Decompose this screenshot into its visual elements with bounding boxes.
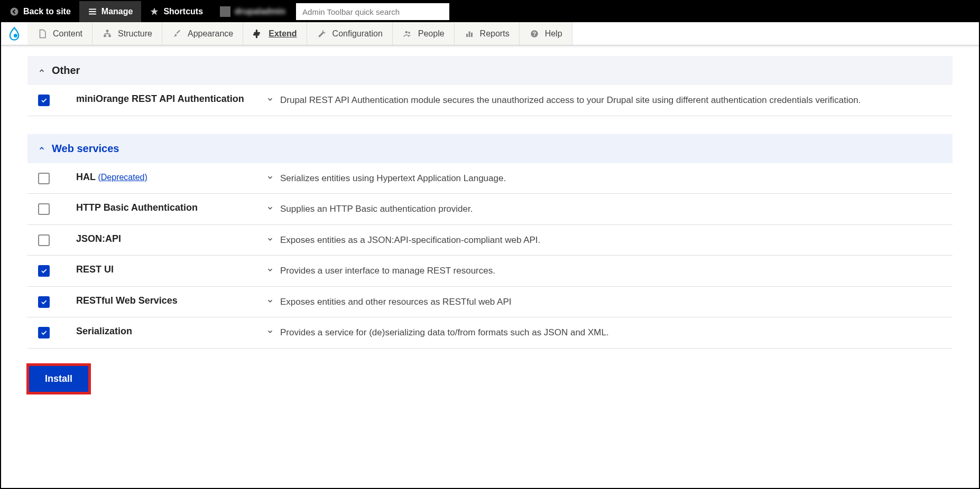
module-description: Exposes entities and other resources as … [280,295,512,309]
module-description: Exposes entities as a JSON:API-specifica… [280,233,540,247]
section-header[interactable]: Web services [27,134,953,163]
svg-rect-8 [468,31,470,37]
module-row: HTTP Basic Authentication Supplies an HT… [27,194,953,225]
module-description: Provides a user interface to manage REST… [280,264,495,278]
module-name: RESTful Web Services [76,295,178,306]
module-row: miniOrange REST API Authentication Drupa… [27,85,953,116]
tab-help-label: Help [545,29,562,39]
chevron-down-icon[interactable] [266,204,274,212]
module-name: JSON:API [76,233,121,244]
tab-structure-label: Structure [118,29,152,39]
user-menu[interactable]: drupaladmin [211,1,294,22]
chevron-down-icon[interactable] [266,297,274,305]
module-name-cell: RESTful Web Services [60,295,256,306]
chevron-down-icon[interactable] [266,328,274,335]
svg-rect-9 [471,32,473,36]
chevron-down-icon[interactable] [266,266,274,274]
install-button-wrapper: Install [27,349,953,393]
tab-content-label: Content [53,29,82,39]
top-toolbar: Back to site Manage Shortcuts drupaladmi… [1,1,979,22]
shortcuts-label: Shortcuts [163,7,203,16]
install-button[interactable]: Install [27,364,90,393]
module-checkbox[interactable] [38,265,50,277]
shortcuts-link[interactable]: Shortcuts [141,1,211,22]
user-avatar-icon [220,6,230,17]
svg-rect-4 [108,35,111,37]
tab-appearance-label: Appearance [188,29,233,39]
drupal-logo[interactable] [1,22,27,45]
chevron-up-icon [38,145,45,152]
tab-structure[interactable]: Structure [93,22,162,45]
module-checkbox[interactable] [38,203,50,215]
module-name-cell: Serialization [60,326,256,337]
back-to-site-link[interactable]: Back to site [1,1,79,22]
module-row: Serialization Provides a service for (de… [27,317,953,349]
chevron-up-icon [38,67,45,74]
svg-text:?: ? [532,30,535,36]
module-checkbox[interactable] [38,173,50,184]
module-checkbox[interactable] [38,234,50,246]
tab-people[interactable]: People [393,22,455,45]
help-icon: ? [529,29,540,39]
module-row: REST UI Provides a user interface to man… [27,256,953,287]
module-row: JSON:API Exposes entities as a JSON:API-… [27,225,953,256]
module-name: HAL [76,172,96,182]
svg-point-6 [408,31,410,33]
tab-help[interactable]: ? Help [520,22,572,45]
section-header[interactable]: Other [27,56,953,85]
hierarchy-icon [102,29,113,39]
chevron-down-icon[interactable] [266,96,274,103]
module-desc-cell: Supplies an HTTP Basic authentication pr… [266,202,942,216]
section-title: Web services [52,143,119,155]
user-name-label: drupaladmin [235,7,285,16]
module-name: Serialization [76,326,132,336]
module-name-cell: HAL (Deprecated) [60,172,256,183]
module-name: REST UI [76,264,114,275]
tab-reports-label: Reports [480,29,510,39]
drupal-drop-icon [7,26,22,41]
tab-content[interactable]: Content [27,22,93,45]
svg-rect-7 [466,34,468,37]
module-description: Supplies an HTTP Basic authentication pr… [280,202,473,216]
module-desc-cell: Drupal REST API Authentication module se… [266,93,942,107]
back-to-site-label: Back to site [23,7,71,16]
tab-extend[interactable]: Extend [243,22,307,45]
module-description: Serializes entities using Hypertext Appl… [280,172,506,185]
module-row: RESTful Web Services Exposes entities an… [27,287,953,318]
star-icon [150,7,159,16]
module-name-cell: miniOrange REST API Authentication [60,93,256,105]
module-checkbox[interactable] [38,327,50,338]
chevron-down-icon[interactable] [266,236,274,243]
document-icon [37,29,48,39]
admin-search-input[interactable] [296,3,449,20]
module-name-cell: JSON:API [60,233,256,245]
svg-rect-3 [104,35,106,37]
svg-point-0 [11,8,19,16]
module-desc-cell: Provides a service for (de)serializing d… [266,326,942,340]
module-description: Provides a service for (de)serializing d… [280,326,609,340]
people-icon [402,29,413,39]
svg-point-1 [14,34,17,37]
tab-configuration[interactable]: Configuration [307,22,393,45]
tab-appearance[interactable]: Appearance [162,22,243,45]
chevron-down-icon[interactable] [266,174,274,181]
manage-toggle[interactable]: Manage [79,1,142,22]
module-checkbox[interactable] [38,296,50,308]
admin-tabs: Content Structure Appearance Extend Conf… [1,22,979,45]
tab-people-label: People [418,29,445,39]
module-desc-cell: Exposes entities and other resources as … [266,295,942,309]
module-row: HAL (Deprecated) Serializes entities usi… [27,163,953,194]
module-checkbox[interactable] [38,95,50,106]
tab-reports[interactable]: Reports [455,22,520,45]
module-name-cell: REST UI [60,264,256,275]
module-name-cell: HTTP Basic Authentication [60,202,256,213]
module-desc-cell: Serializes entities using Hypertext Appl… [266,172,942,185]
tab-configuration-label: Configuration [332,29,383,39]
paintbrush-icon [172,29,182,39]
svg-rect-2 [106,30,109,32]
tab-extend-label: Extend [269,29,297,39]
deprecated-link[interactable]: (Deprecated) [98,173,147,182]
svg-point-5 [405,31,408,33]
wrench-icon [317,29,327,39]
hamburger-icon [88,7,97,16]
